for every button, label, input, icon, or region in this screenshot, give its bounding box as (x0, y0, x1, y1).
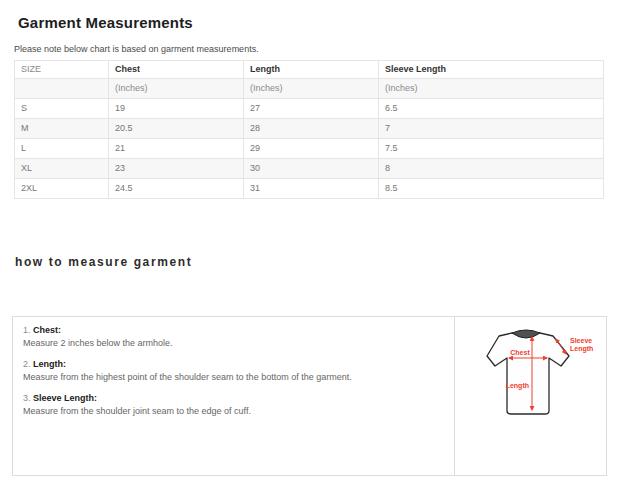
size-cell: 2XL (15, 179, 109, 199)
size-cell: XL (15, 159, 109, 179)
units-cell: (Inches) (244, 79, 379, 99)
units-cell: (Inches) (109, 79, 244, 99)
chest-cell: 19 (109, 99, 244, 119)
chest-label: Chest (510, 349, 530, 356)
instruction-label: Chest: (33, 325, 61, 335)
instruction-text: Measure 2 inches below the armhole. (23, 337, 444, 349)
sleeve-length-cell: 8.5 (379, 179, 604, 199)
length-cell: 27 (244, 99, 379, 119)
sleeve-length-cell: 7.5 (379, 139, 604, 159)
length-cell: 29 (244, 139, 379, 159)
table-row: M 20.5 28 7 (15, 119, 604, 139)
table-row: L 21 29 7.5 (15, 139, 604, 159)
size-chart-page: Garment Measurements Please note below c… (0, 14, 625, 500)
tshirt-outline (487, 333, 569, 414)
sleeve-length-cell: 6.5 (379, 99, 604, 119)
measure-section-title: how to measure garment (15, 255, 625, 269)
column-header-length: Length (244, 61, 379, 79)
chest-cell: 24.5 (109, 179, 244, 199)
column-header-chest: Chest (109, 61, 244, 79)
table-row: 2XL 24.5 31 8.5 (15, 179, 604, 199)
table-header-row: SIZE Chest Length Sleeve Length (15, 61, 604, 79)
instruction-text: Measure from the highest point of the sh… (23, 371, 444, 383)
length-cell: 31 (244, 179, 379, 199)
instruction-item: 1. Chest: Measure 2 inches below the arm… (23, 324, 444, 349)
chest-cell: 21 (109, 139, 244, 159)
chart-note: Please note below chart is based on garm… (14, 44, 625, 54)
column-header-size: SIZE (15, 61, 109, 79)
length-cell: 30 (244, 159, 379, 179)
page-title: Garment Measurements (18, 14, 625, 31)
instruction-number: 1. (23, 325, 31, 335)
size-cell: S (15, 99, 109, 119)
instruction-item: 3. Sleeve Length: Measure from the shoul… (23, 392, 444, 417)
instruction-heading: 3. Sleeve Length: (23, 392, 444, 404)
units-cell: (Inches) (379, 79, 604, 99)
size-cell: L (15, 139, 109, 159)
tshirt-diagram: Chest Length Sleeve Length (455, 317, 606, 475)
table-units-row: (Inches) (Inches) (Inches) (15, 79, 604, 99)
instruction-number: 2. (23, 359, 31, 369)
size-chart-table: SIZE Chest Length Sleeve Length (Inches)… (14, 60, 604, 199)
chest-cell: 23 (109, 159, 244, 179)
instruction-heading: 1. Chest: (23, 324, 444, 336)
sleeve-length-cell: 8 (379, 159, 604, 179)
chest-cell: 20.5 (109, 119, 244, 139)
measure-box: 1. Chest: Measure 2 inches below the arm… (12, 316, 607, 476)
instruction-label: Sleeve Length: (33, 393, 97, 403)
instruction-heading: 2. Length: (23, 358, 444, 370)
length-cell: 28 (244, 119, 379, 139)
column-header-sleeve-length: Sleeve Length (379, 61, 604, 79)
instruction-number: 3. (23, 393, 31, 403)
instruction-item: 2. Length: Measure from the highest poin… (23, 358, 444, 383)
instruction-label: Length: (33, 359, 66, 369)
size-cell: M (15, 119, 109, 139)
tshirt-measurement-illustration: Chest Length Sleeve Length (464, 325, 598, 425)
sleeve-length-cell: 7 (379, 119, 604, 139)
sleeve-length-label-line1: Sleeve (570, 337, 592, 344)
length-label: Length (505, 382, 528, 390)
table-row: XL 23 30 8 (15, 159, 604, 179)
sleeve-length-label-line2: Length (570, 345, 593, 353)
instructions-panel: 1. Chest: Measure 2 inches below the arm… (13, 317, 455, 475)
units-cell (15, 79, 109, 99)
instruction-text: Measure from the shoulder joint seam to … (23, 405, 444, 417)
table-row: S 19 27 6.5 (15, 99, 604, 119)
